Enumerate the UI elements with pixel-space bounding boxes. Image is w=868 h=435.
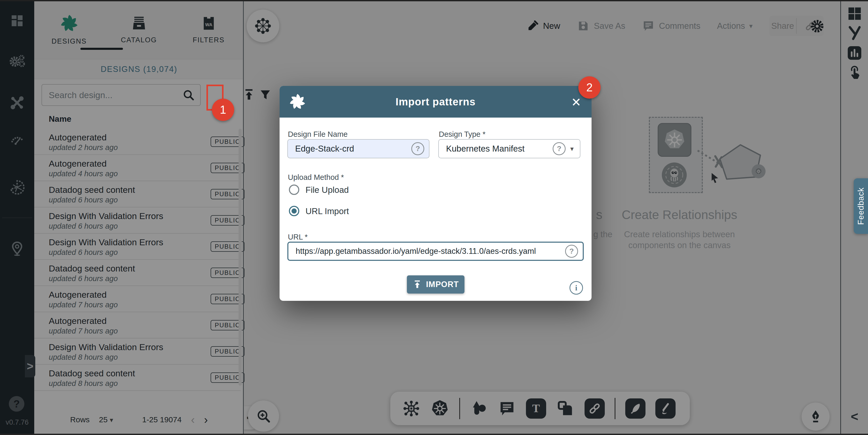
help-icon[interactable]: ? xyxy=(553,142,566,155)
modal-title: Import patterns xyxy=(280,96,592,108)
feedback-tab[interactable]: Feedback xyxy=(854,178,868,234)
file-upload-radio[interactable] xyxy=(289,184,299,195)
url-label: URL * xyxy=(288,233,308,241)
step-1-badge: 1 xyxy=(212,98,234,121)
app-root: > ? v0.7.76 DESIGNS CATALOG WA FILTERS xyxy=(0,0,868,435)
design-type-select[interactable]: Kubernetes Manifest ? ▾ xyxy=(438,139,580,158)
url-field: ? xyxy=(287,242,584,261)
close-icon[interactable]: ✕ xyxy=(571,95,581,109)
design-file-name-label: Design File Name xyxy=(288,130,347,139)
modal-header: Import patterns ✕ xyxy=(280,86,592,118)
step-2-badge: 2 xyxy=(578,76,600,98)
url-input[interactable] xyxy=(288,246,565,256)
url-import-radio[interactable] xyxy=(289,206,299,216)
info-icon[interactable]: i xyxy=(569,281,583,295)
url-import-label: URL Import xyxy=(306,206,349,216)
file-upload-label: File Upload xyxy=(306,185,349,195)
design-type-label: Design Type * xyxy=(439,130,486,139)
help-icon[interactable]: ? xyxy=(411,142,424,155)
design-file-name-field: ? xyxy=(287,139,430,158)
upload-method-label: Upload Method * xyxy=(288,173,344,182)
design-file-name-input[interactable] xyxy=(288,144,411,154)
import-button[interactable]: IMPORT xyxy=(407,276,464,294)
chevron-down-icon: ▾ xyxy=(570,145,574,153)
help-icon[interactable]: ? xyxy=(565,245,578,258)
design-type-value: Kubernetes Manifest xyxy=(439,144,553,154)
upload-icon xyxy=(413,280,422,289)
import-patterns-modal: Import patterns ✕ Design File Name Desig… xyxy=(280,86,592,301)
